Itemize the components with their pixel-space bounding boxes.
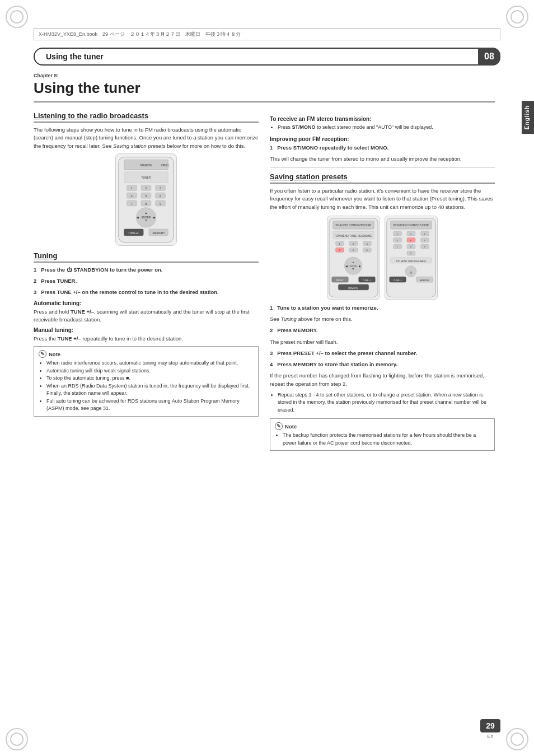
svg-text:8: 8 (146, 203, 147, 206)
save-step2-sub: The preset number will flash. (270, 338, 495, 346)
tuning-step2: 2 Press TUNER. (34, 277, 259, 285)
to-receive-title: To receive an FM stereo transmission: (270, 116, 495, 122)
svg-text:STANDBY: STANDBY (140, 164, 153, 167)
svg-text:TUNE+/-: TUNE+/- (363, 279, 372, 282)
page-lang: En (487, 734, 493, 739)
listening-section-title: Listening to the radio broadcasts (34, 111, 259, 123)
svg-text:2: 2 (353, 242, 354, 245)
chapter-label: Chapter 8: (34, 73, 495, 78)
note-bullet-list: When radio interference occurs, automati… (39, 360, 254, 413)
svg-text:◀: ◀ (345, 264, 348, 267)
svg-text:▶: ▶ (153, 216, 156, 219)
save-note-box: ✎ Note The backup function protects the … (270, 418, 495, 451)
save-note-title: ✎ Note (275, 422, 490, 430)
tuning-step3: 3 Press TUNE +/– on the remote control t… (34, 288, 259, 296)
save-step4: 4 Press MEMORY to store that station in … (270, 361, 495, 368)
listening-body: The following steps show you how to tune… (34, 126, 259, 150)
svg-text:TUNER: TUNER (142, 176, 151, 179)
tuning-section: Tuning 1 Press the ⏻ STANDBY/ON to turn … (34, 251, 259, 417)
two-column-layout: Listening to the radio broadcasts The fo… (34, 111, 495, 454)
svg-text:MEMORY: MEMORY (420, 279, 430, 282)
to-receive-list: Press ST/MONO to select stereo mode and … (270, 124, 495, 132)
chapter-header-title: Using the tuner (46, 52, 104, 61)
svg-text:1: 1 (339, 242, 340, 245)
chapter-header: Using the tuner 08 (34, 48, 500, 66)
remote-image-save-left: ST.AUDIO CONTENTS DISP TOP MENU TUNE RES… (327, 216, 380, 300)
svg-text:▲: ▲ (145, 211, 148, 214)
svg-text:MEMORY: MEMORY (153, 232, 166, 235)
corner-decoration-bl (6, 728, 28, 750)
svg-text:8: 8 (410, 245, 411, 248)
note-title: ✎ Note (39, 350, 254, 358)
save-step3: 3 Press PRESET +/– to select the preset … (270, 349, 495, 357)
note-bullet-1: When radio interference occurs, automati… (46, 360, 254, 367)
corner-decoration-tl (6, 6, 28, 28)
note-bullet-5: Full auto tuning can be achieved for RDS… (46, 398, 254, 413)
page-number: 29 (480, 719, 500, 732)
svg-text:ENTER: ENTER (142, 216, 151, 219)
top-bar-text: X-HM32V_YXE8_En.book 29 ページ ２０１４年３月２７日 木… (39, 31, 241, 38)
manual-tuning-body: Press the TUNE +/– repeatedly to tune in… (34, 335, 259, 343)
svg-text:4: 4 (131, 195, 133, 198)
svg-text:1: 1 (396, 232, 397, 235)
save-note-list: The backup function protects the memoris… (275, 432, 490, 447)
svg-text:TOP MENU   TUNE   RESUMING: TOP MENU TUNE RESUMING (396, 260, 426, 263)
svg-text:OP/CL: OP/CL (161, 164, 170, 167)
svg-text:6: 6 (410, 239, 411, 241)
remote-image-left: STANDBY OP/CL TUNER 1 2 3 4 5 (34, 153, 259, 246)
english-tab: English (522, 101, 534, 134)
svg-text:MEMORY: MEMORY (348, 287, 358, 290)
tuning-step1: 1 Press the ⏻ STANDBY/ON to turn the pow… (34, 266, 259, 274)
svg-text:ENTER: ENTER (349, 264, 357, 267)
svg-text:2: 2 (146, 187, 147, 190)
note-bullet-2: Automatic tuning will skip weak signal s… (46, 367, 254, 375)
improving-title: Improving poor FM reception: (270, 136, 495, 142)
save-step2: 2 Press MEMORY. (270, 326, 495, 334)
top-bar: X-HM32V_YXE8_En.book 29 ページ ２０１４年３月２７日 木… (34, 28, 500, 40)
svg-text:▼: ▼ (145, 219, 148, 222)
svg-text:PRESET: PRESET (336, 279, 345, 282)
note-bullet-4: When an RDS (Radio Data System) station … (46, 382, 254, 398)
page-footer: 29 En (480, 719, 500, 739)
improving-step1: 1 Press ST/MONO repeatedly to select MON… (270, 144, 495, 152)
svg-text:ST.AUDIO  CONTENTS  DISP: ST.AUDIO CONTENTS DISP (335, 224, 371, 227)
page-main-title: Using the tuner (34, 80, 495, 102)
manual-tuning-title: Manual tuning: (34, 327, 259, 333)
to-receive-bullet: Press ST/MONO to select stereo mode and … (278, 124, 495, 132)
svg-text:3: 3 (366, 242, 367, 245)
auto-tuning-title: Automatic tuning: (34, 300, 259, 306)
chapter-number-badge: 08 (478, 48, 500, 66)
svg-text:TOP MENU   TUNE   RESUMING: TOP MENU TUNE RESUMING (334, 235, 372, 237)
svg-text:TUNE+/-: TUNE+/- (394, 279, 402, 282)
tuning-note-box: ✎ Note When radio interference occurs, a… (34, 346, 259, 417)
svg-text:3: 3 (424, 232, 425, 235)
right-column: To receive an FM stereo transmission: Pr… (270, 111, 495, 454)
svg-text:6: 6 (366, 249, 367, 251)
svg-text:6: 6 (339, 249, 340, 251)
svg-text:ST.AUDIO  CONTENTS  DISP: ST.AUDIO CONTENTS DISP (393, 224, 428, 227)
svg-text:7: 7 (396, 245, 397, 248)
svg-text:9: 9 (160, 203, 161, 206)
corner-decoration-tr (506, 6, 528, 28)
save-step4-body: If the preset number has changed from fl… (270, 372, 495, 388)
svg-text:TUNE+/-: TUNE+/- (128, 232, 139, 235)
svg-text:5: 5 (146, 195, 147, 198)
svg-text:7: 7 (131, 203, 133, 206)
svg-text:6: 6 (160, 195, 161, 198)
improving-body: This will change the tuner from stereo t… (270, 155, 495, 163)
corner-decoration-br (506, 728, 528, 750)
save-note-icon: ✎ (275, 422, 283, 430)
svg-text:▶: ▶ (359, 264, 361, 267)
svg-text:2: 2 (410, 232, 411, 235)
save-step1-sub: See Tuning above for more on this. (270, 315, 495, 323)
svg-text:6: 6 (424, 239, 425, 241)
save-repeat-bullet: Repeat steps 1 - 4 to set other stations… (278, 391, 495, 414)
saving-section-title: Saving station presets (270, 172, 495, 184)
note-bullet-3: To stop the automatic tuning, press ■. (46, 375, 254, 382)
svg-text:1: 1 (131, 187, 133, 190)
left-column: Listening to the radio broadcasts The fo… (34, 111, 259, 454)
save-step1: 1 Tune to a station you want to memorize… (270, 304, 495, 312)
svg-text:▲: ▲ (352, 261, 355, 264)
tuning-section-title: Tuning (34, 251, 259, 263)
svg-text:3: 3 (160, 187, 161, 190)
